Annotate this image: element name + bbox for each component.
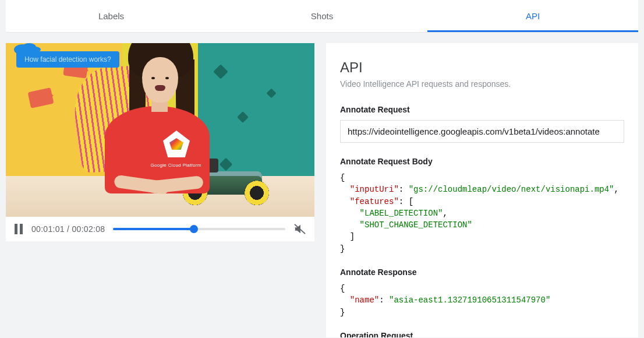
api-scroll-area[interactable]: API Video Intelligence API requests and … [326, 43, 638, 337]
video-panel: Google Cloud Platform How facial detecti… [6, 43, 314, 337]
annotate-request-url-input[interactable] [340, 120, 624, 143]
time-display: 00:01:01 / 00:02:08 [31, 224, 105, 234]
video-frame[interactable]: Google Cloud Platform How facial detecti… [6, 43, 314, 217]
tab-shots[interactable]: Shots [217, 0, 427, 32]
video-caption-bubble: How facial detection works? [16, 51, 119, 68]
tab-api[interactable]: API [427, 0, 638, 32]
tab-labels[interactable]: Labels [6, 0, 217, 32]
annotate-request-body-label: Annotate Request Body [340, 157, 624, 166]
svg-rect-0 [15, 224, 17, 234]
annotate-response-label: Annotate Response [340, 267, 624, 277]
response-body-code: { "name": "asia-east1.132719106513115479… [340, 283, 624, 318]
api-subtitle: Video Intelligence API requests and resp… [340, 79, 624, 89]
annotate-request-label: Annotate Request [340, 105, 624, 114]
volume-muted-icon[interactable] [293, 223, 306, 235]
pause-icon[interactable] [14, 224, 23, 234]
api-title: API [340, 59, 624, 76]
tab-bar: Labels Shots API [6, 0, 638, 33]
request-body-code: { "inputUri": "gs://cloudmleap/video/nex… [340, 172, 624, 255]
shirt-text: Google Cloud Platform [147, 163, 205, 168]
svg-rect-1 [20, 224, 23, 234]
video-controls: 00:01:01 / 00:02:08 [6, 217, 314, 241]
operation-request-label: Operation Request [340, 331, 624, 337]
api-panel: API Video Intelligence API requests and … [326, 43, 638, 337]
progress-slider[interactable] [113, 228, 285, 230]
